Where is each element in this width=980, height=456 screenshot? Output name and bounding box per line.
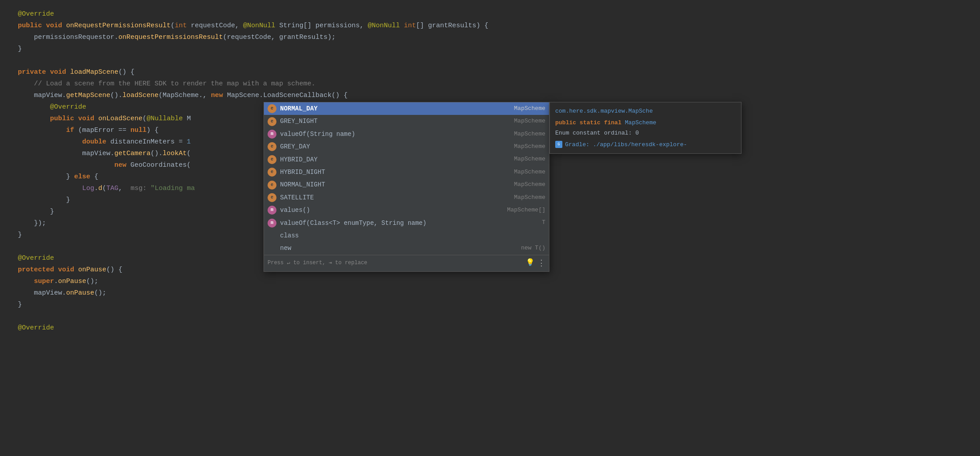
editor-area: @Override public void onRequestPermissio… [0,0,980,456]
item-type: MapScheme [514,155,545,164]
item-label: class [280,231,542,241]
code-line: } [0,44,980,55]
code-line-empty [0,55,980,67]
gradle-icon: G [555,141,562,148]
code-line: } [0,300,980,311]
enum-icon: e [268,168,276,177]
item-type: MapScheme [514,130,545,139]
item-label: NORMAL_DAY [280,104,511,114]
autocomplete-item-grey-night[interactable]: e GREY_NIGHT MapScheme [264,115,549,127]
code-line: public void onRequestPermissionsResult(i… [0,21,980,32]
autocomplete-item-satellite[interactable]: e SATELLITE MapScheme [264,191,549,204]
item-label: new [280,243,517,253]
item-type: MapScheme[] [507,206,545,215]
doc-popup: com.here.sdk.mapview.MapSche public stat… [549,102,741,154]
item-label: SATELLITE [280,193,511,203]
autocomplete-item-class[interactable]: class [264,229,549,242]
code-line-empty [0,311,980,323]
item-label: HYBRID_NIGHT [280,167,511,177]
code-line: super.onPause(); [0,276,980,288]
more-options-icon[interactable]: ⋮ [537,257,545,270]
item-label: valueOf(String name) [280,129,511,139]
item-type: MapScheme [514,142,545,152]
item-label: HYBRID_DAY [280,155,511,165]
code-line: private void loadMapScene() { [0,67,980,79]
item-label: NORMAL_NIGHT [280,180,511,190]
code-line: mapView.getMapScene().loadScene(MapSchem… [0,90,980,102]
code-line: @Override [0,9,980,21]
autocomplete-popup: e NORMAL_DAY MapScheme e GREY_NIGHT MapS… [264,102,549,272]
code-line: permissionsRequestor.onRequestPermission… [0,32,980,44]
enum-icon: e [268,181,276,190]
item-label: valueOf(Class<T> enumType, String name) [280,218,538,228]
method-icon: m [268,130,276,139]
method-icon: m [268,219,276,228]
autocomplete-item-hybrid-night[interactable]: e HYBRID_NIGHT MapScheme [264,166,549,178]
autocomplete-item-valueof-class[interactable]: m valueOf(Class<T> enumType, String name… [264,217,549,229]
code-line: // Load a scene from the HERE SDK to ren… [0,79,980,90]
item-type: new T() [521,244,545,253]
doc-link[interactable]: com.here.sdk.mapview.MapSche [555,107,736,116]
item-type: MapScheme [514,117,545,126]
item-label: values() [280,205,503,215]
autocomplete-item-values[interactable]: m values() MapScheme[] [264,204,549,216]
enum-icon: e [268,117,276,126]
footer-icons: 💡 ⋮ [526,257,545,270]
item-type: MapScheme [514,193,545,203]
bulb-icon: 💡 [526,258,535,269]
doc-gradle: G Gradle: ./app/libs/heresdk-explore- [555,140,736,149]
code-line: @Override [0,323,980,334]
keyword-icon [268,244,276,253]
autocomplete-item-grey-day[interactable]: e GREY_DAY MapScheme [264,140,549,153]
keyword-icon [268,231,276,240]
doc-ordinal: Enum constant ordinal: 0 [555,129,736,138]
enum-icon: e [268,193,276,202]
enum-icon: e [268,104,276,113]
code-line: mapView.onPause(); [0,288,980,300]
autocomplete-item-new[interactable]: new new T() [264,242,549,254]
item-type: MapScheme [514,180,545,190]
autocomplete-item-hybrid-day[interactable]: e HYBRID_DAY MapScheme [264,153,549,166]
enum-icon: e [268,155,276,164]
footer-hint-text: Press ↵ to insert, ⇥ to replace [268,259,367,267]
method-icon: m [268,206,276,215]
item-label: GREY_NIGHT [280,116,511,126]
item-label: GREY_DAY [280,142,511,152]
doc-line1: public static final MapScheme [555,118,736,127]
autocomplete-footer: Press ↵ to insert, ⇥ to replace 💡 ⋮ [264,255,549,272]
item-type: T [542,218,545,228]
autocomplete-item-normal-night[interactable]: e NORMAL_NIGHT MapScheme [264,178,549,191]
autocomplete-item-normal-day[interactable]: e NORMAL_DAY MapScheme [264,102,549,115]
item-type: MapScheme [514,104,545,114]
enum-icon: e [268,142,276,151]
autocomplete-item-valueof-string[interactable]: m valueOf(String name) MapScheme [264,128,549,140]
item-type: MapScheme [514,168,545,177]
